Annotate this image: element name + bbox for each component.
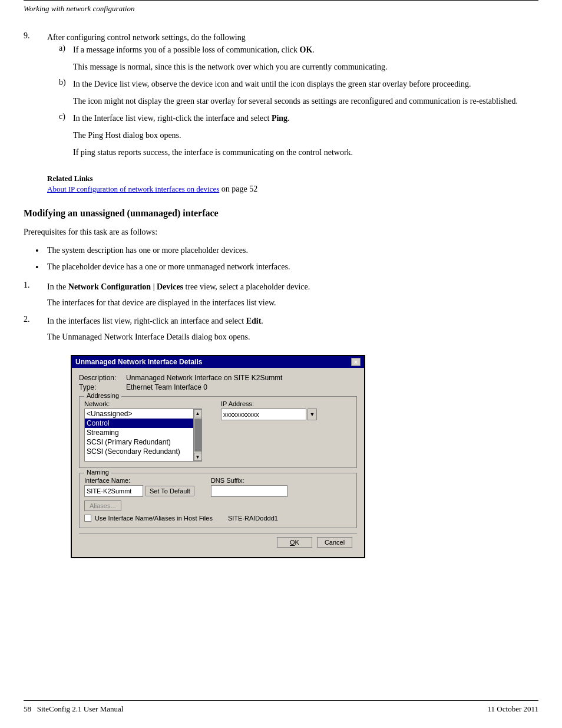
footer-right: 11 October 2011 — [488, 704, 538, 714]
step-1: 1. In the Network Configuration | Device… — [24, 281, 538, 309]
aliases-row: Aliases... — [84, 500, 352, 511]
ok-bold: OK — [300, 45, 313, 54]
ip-address-label: IP Address: — [221, 400, 317, 407]
bullet-dot-2: • — [35, 261, 47, 275]
scroll-up-button[interactable]: ▲ — [194, 409, 202, 417]
step-2-number: 2. — [24, 315, 47, 343]
page-header: Working with network configuration — [24, 4, 538, 25]
ip-address-field: IP Address: ▼ — [221, 400, 317, 420]
addressing-row: Network: <Unassigned> Control Streaming … — [84, 400, 352, 462]
edit-bold: Edit — [246, 317, 262, 325]
interface-name-input[interactable] — [84, 485, 143, 497]
ip-input-wrapper: ▼ — [221, 409, 317, 420]
network-listbox-container[interactable]: <Unassigned> Control Streaming SCSI (Pri… — [84, 409, 202, 462]
listbox-scrollbar[interactable]: ▲ ▼ — [193, 409, 201, 461]
scroll-thumb — [194, 419, 201, 452]
devices-bold: Devices — [157, 282, 183, 291]
ip-dropdown-button[interactable]: ▼ — [308, 409, 317, 420]
bullet-list: • The system description has one or more… — [35, 244, 538, 275]
step-9b-letter: b) — [59, 78, 73, 90]
bullet-dot-1: • — [35, 244, 47, 258]
checkbox-row: Use Interface Name/Aliases in Host Files… — [84, 515, 352, 522]
step-9b-subpara: The icon might not display the green sta… — [73, 95, 538, 107]
step-9b: b) In the Device list view, observe the … — [59, 78, 538, 90]
interface-name-row: Set To Default — [84, 485, 194, 497]
prereq-intro: Prerequisites for this task are as follo… — [24, 226, 538, 238]
dns-suffix-label: DNS Suffix: — [211, 477, 287, 484]
dialog-close-button[interactable]: × — [351, 358, 361, 366]
page-footer: 58 SiteConfig 2.1 User Manual 11 October… — [24, 700, 538, 714]
set-to-default-button[interactable]: Set To Default — [146, 486, 194, 496]
top-rule — [24, 0, 538, 4]
listbox-item-scsi-secondary[interactable]: SCSI (Secondary Redundant) — [85, 447, 193, 456]
interface-name-field: Interface Name: Set To Default — [84, 477, 194, 497]
dialog-footer: OK Cancel — [79, 533, 357, 551]
step-9: 9. After configuring control network set… — [24, 31, 538, 163]
bullet-item-2: • The placeholder device has a one or mo… — [35, 261, 538, 275]
scroll-down-button[interactable]: ▼ — [194, 453, 202, 461]
step-1-text: In the Network Configuration | Devices t… — [47, 281, 538, 293]
bullet-text-2: The placeholder device has a one or more… — [47, 261, 290, 275]
naming-row: Interface Name: Set To Default DNS Suffi… — [84, 477, 352, 497]
checkbox-label: Use Interface Name/Aliases in Host Files — [95, 515, 213, 522]
step-9a-letter: a) — [59, 44, 73, 56]
step-9-number: 9. — [24, 31, 47, 163]
dialog-description-row: Description: Unmanaged Network Interface… — [79, 374, 357, 382]
host-value: SITE-RAIDoddd1 — [228, 515, 278, 522]
network-field: Network: <Unassigned> Control Streaming … — [84, 400, 202, 462]
step-9c-text: In the Interface list view, right-click … — [73, 112, 538, 124]
step-9a-subpara: This message is normal, since this is th… — [73, 61, 538, 73]
dialog-titlebar: Unmanaged Network Interface Details × — [72, 356, 364, 368]
dns-suffix-field: DNS Suffix: — [211, 477, 287, 497]
type-value: Ethernet Team Interface 0 — [126, 383, 207, 391]
addressing-group: Addressing Network: <Unassigned> Control… — [79, 396, 357, 468]
use-interface-name-checkbox[interactable] — [84, 515, 91, 522]
naming-group-label: Naming — [84, 469, 111, 476]
step-2-subpara: The Unmanaged Network Interface Details … — [47, 331, 538, 343]
footer-manual-title: SiteConfig 2.1 User Manual — [37, 704, 124, 713]
aliases-button[interactable]: Aliases... — [84, 500, 121, 511]
cancel-button[interactable]: Cancel — [317, 537, 352, 548]
related-link-suffix: on page 52 — [219, 185, 257, 193]
naming-group: Naming Interface Name: Set To Default — [79, 473, 357, 528]
listbox-item-unassigned[interactable]: <Unassigned> — [85, 409, 193, 419]
related-links-section: Related Links About IP configuration of … — [47, 174, 538, 194]
step-9a: a) If a message informs you of a possibl… — [59, 44, 538, 56]
step-1-number: 1. — [24, 281, 47, 309]
dialog-type-row: Type: Ethernet Team Interface 0 — [79, 383, 357, 391]
step-9c-subpara1: The Ping Host dialog box opens. — [73, 129, 538, 141]
step-9b-text: In the Device list view, observe the dev… — [73, 78, 538, 90]
step-9c-letter: c) — [59, 112, 73, 124]
step-9c-subpara2: If ping status reports success, the inte… — [73, 146, 538, 159]
related-links-title: Related Links — [47, 174, 538, 183]
step-9a-text: If a message informs you of a possible l… — [73, 44, 538, 56]
addressing-group-label: Addressing — [84, 392, 121, 399]
network-label: Network: — [84, 400, 202, 407]
step-2: 2. In the interfaces list view, right-cl… — [24, 315, 538, 343]
ip-address-input[interactable] — [221, 409, 306, 420]
step-9c: c) In the Interface list view, right-cli… — [59, 112, 538, 124]
section-heading: Modifying an unassigned (unmanaged) inte… — [24, 208, 538, 219]
step-2-text: In the interfaces list view, right-click… — [47, 315, 538, 327]
bullet-item-1: • The system description has one or more… — [35, 244, 538, 258]
listbox-item-streaming[interactable]: Streaming — [85, 428, 193, 437]
description-label: Description: — [79, 374, 126, 382]
footer-page-number: 58 — [24, 704, 31, 713]
footer-left: 58 SiteConfig 2.1 User Manual — [24, 704, 123, 714]
bullet-text-1: The system description has one or more p… — [47, 244, 248, 258]
ok-underline: OK — [290, 539, 299, 546]
dialog-body: Description: Unmanaged Network Interface… — [72, 368, 364, 557]
dialog-title: Unmanaged Network Interface Details — [75, 358, 202, 366]
dialog-box: Unmanaged Network Interface Details × De… — [71, 355, 365, 558]
related-link[interactable]: About IP configuration of network interf… — [47, 185, 219, 193]
listbox-item-scsi-primary[interactable]: SCSI (Primary Redundant) — [85, 437, 193, 447]
dialog-wrapper: Unmanaged Network Interface Details × De… — [71, 355, 515, 558]
step-1-subpara: The interfaces for that device are displ… — [47, 297, 538, 309]
dns-suffix-input[interactable] — [211, 485, 287, 497]
network-config-bold: Network Configuration — [68, 282, 151, 291]
network-listbox[interactable]: <Unassigned> Control Streaming SCSI (Pri… — [85, 409, 193, 461]
ok-button[interactable]: OK — [277, 537, 312, 548]
listbox-item-control[interactable]: Control — [85, 419, 193, 428]
step-9-text: After configuring control network settin… — [47, 31, 538, 44]
description-value: Unmanaged Network Interface on SITE K2Su… — [126, 374, 282, 382]
